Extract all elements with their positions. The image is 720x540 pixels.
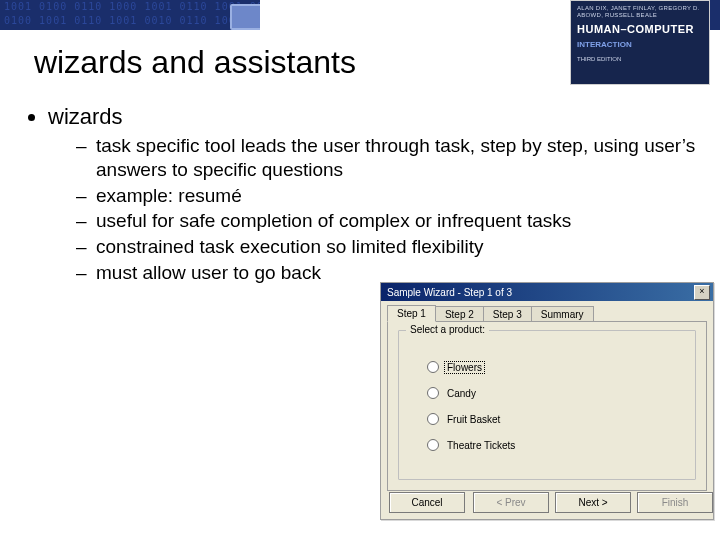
prev-button[interactable]: < Prev [473,492,549,513]
book-edition: THIRD EDITION [577,56,703,63]
radio-icon [427,413,439,425]
book-authors: ALAN DIX, JANET FINLAY, GREGORY D. ABOWD… [577,5,703,19]
slide: 1001 0100 0110 1000 1001 0110 1001 0010 … [0,0,720,540]
wizard-buttons: Cancel < Prev Next > Finish [381,492,713,513]
group-legend: Select a product: [406,324,489,335]
bullet-wizards: wizards task specific tool leads the use… [48,104,700,285]
radio-icon [427,439,439,451]
subbullet: useful for safe completion of complex or… [82,209,700,233]
next-button[interactable]: Next > [555,492,631,513]
radio-label: Theatre Tickets [445,440,517,451]
tab-summary[interactable]: Summary [531,306,594,322]
subbullet: constrained task execution so limited fl… [82,235,700,259]
close-icon: × [699,286,704,296]
radio-icon [427,361,439,373]
wizard-titlebar[interactable]: Sample Wizard - Step 1 of 3 × [381,283,713,301]
close-button[interactable]: × [694,285,710,300]
wizard-tabpanel: Flowers Candy Fruit Basket Theatre Ticke… [387,321,707,491]
radio-theatre-tickets[interactable]: Theatre Tickets [427,439,517,451]
radio-label: Candy [445,388,478,399]
book-title-line2: INTERACTION [577,40,703,50]
bullet-wizards-label: wizards [48,104,123,129]
tab-step-2[interactable]: Step 2 [435,306,484,322]
wizard-title: Sample Wizard - Step 1 of 3 [387,287,512,298]
tab-step-3[interactable]: Step 3 [483,306,532,322]
radio-icon [427,387,439,399]
radio-fruit-basket[interactable]: Fruit Basket [427,413,517,425]
radio-label: Flowers [445,362,484,373]
subbullet: example: resumé [82,184,700,208]
product-groupbox: Flowers Candy Fruit Basket Theatre Ticke… [398,330,696,480]
radio-candy[interactable]: Candy [427,387,517,399]
wizard-window: Sample Wizard - Step 1 of 3 × Step 1 Ste… [380,282,714,520]
book-cover: ALAN DIX, JANET FINLAY, GREGORY D. ABOWD… [570,0,710,85]
slide-title: wizards and assistants [34,44,356,81]
slide-content: wizards task specific tool leads the use… [20,104,700,291]
subbullet: task specific tool leads the user throug… [82,134,700,182]
subbullet: must allow user to go back [82,261,700,285]
radio-flowers[interactable]: Flowers [427,361,517,373]
tab-step-1[interactable]: Step 1 [387,305,436,322]
wizard-tabs: Step 1 Step 2 Step 3 Summary [387,305,709,321]
book-title-line1: HUMAN–COMPUTER [577,23,703,36]
product-radios: Flowers Candy Fruit Basket Theatre Ticke… [427,361,517,451]
banner-spacer [260,0,570,30]
radio-label: Fruit Basket [445,414,502,425]
cancel-button[interactable]: Cancel [389,492,465,513]
finish-button[interactable]: Finish [637,492,713,513]
